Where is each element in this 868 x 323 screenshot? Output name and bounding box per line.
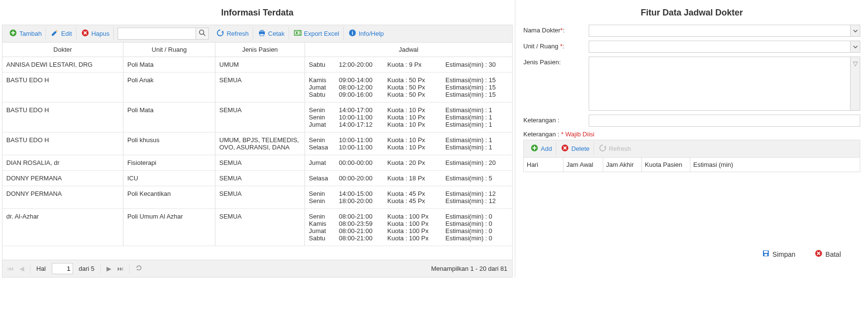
main-toolbar: Tambah Edit Hapus Refresh Cetak	[2, 25, 513, 43]
batal-button[interactable]: Batal	[815, 250, 841, 259]
hapus-label: Hapus	[91, 30, 110, 37]
info-label: Info/Help	[359, 30, 384, 37]
refresh-button[interactable]: Refresh	[213, 27, 253, 40]
chevron-down-icon[interactable]	[850, 41, 860, 52]
schedule-line: Kamis08:00-23:59Kuota : 100 PxEstimasi(m…	[309, 220, 513, 227]
pager-prev[interactable]: ◀	[19, 265, 24, 272]
batal-label: Batal	[825, 250, 841, 258]
table-row[interactable]: DONNY PERMANAPoli KecantikanSEMUASenin14…	[2, 186, 512, 209]
pager-next[interactable]: ▶	[107, 265, 111, 272]
table-row[interactable]: ANNISA DEWI LESTARI, DRGPoli MataUMUMSab…	[2, 57, 512, 73]
schedule-line: Selasa00:00-20:00Kuota : 18 PxEstimasi(m…	[309, 175, 513, 182]
cell-unit: Poli khusus	[123, 132, 215, 155]
cell-unit: Poli Mata	[123, 103, 215, 132]
pager-status: Menampilkan 1 - 20 dari 81	[431, 265, 507, 272]
table-row[interactable]: BASTU EDO HPoli khususUMUM, BPJS, TELEME…	[2, 132, 512, 155]
pager: ⏮ ◀ Hal dari 5 ▶ ⏭ Menampilkan 1 - 20 da…	[2, 260, 513, 278]
schedule-line: Senin14:00-17:00Kuota : 10 PxEstimasi(mi…	[309, 106, 513, 114]
grid-header: Dokter Unit / Ruang Jenis Pasien Jadwal	[2, 43, 513, 57]
refresh-icon	[216, 29, 224, 38]
table-row[interactable]: dr. Al-AzharPoli Umum Al AzharSEMUASenin…	[2, 209, 512, 246]
combo-nama-dokter[interactable]	[589, 25, 860, 37]
cell-dokter: BASTU EDO H	[2, 73, 123, 102]
cell-jadwal: Sabtu12:00-20:00Kuota : 9 PxEstimasi(min…	[305, 57, 513, 72]
cell-dokter: DONNY PERMANA	[2, 171, 123, 186]
edit-button[interactable]: Edit	[47, 27, 76, 40]
col-header-jadwal[interactable]: Jadwal	[305, 43, 512, 57]
grid-body[interactable]: ANNISA DEWI LESTARI, DRGPoli MataUMUMSab…	[2, 57, 513, 260]
left-panel: Informasi Terdata Tambah Edit Hapus Refr…	[0, 0, 516, 278]
required-note: Keterangan : * Wajib Diisi	[523, 131, 860, 138]
table-row[interactable]: DONNY PERMANAICUSEMUASelasa00:00-20:00Ku…	[2, 171, 512, 186]
export-excel-icon	[294, 29, 302, 38]
table-row[interactable]: BASTU EDO HPoli AnakSEMUAKamis09:00-14:0…	[2, 73, 512, 103]
pager-refresh[interactable]	[136, 264, 142, 273]
subcol-estimasi[interactable]: Estimasi (min)	[690, 158, 860, 172]
schedule-line: Jumat14:00-17:12Kuota : 10 PxEstimasi(mi…	[309, 121, 513, 128]
table-row[interactable]: DIAN ROSALIA, drFisioterapiSEMUAJumat00:…	[2, 155, 512, 171]
tambah-button[interactable]: Tambah	[5, 27, 46, 40]
search-input[interactable]	[118, 28, 196, 39]
add-button[interactable]: Add	[527, 142, 556, 155]
col-header-dokter[interactable]: Dokter	[2, 43, 123, 57]
table-row[interactable]: BASTU EDO HPoli MataSEMUASenin14:00-17:0…	[2, 103, 512, 132]
cell-jadwal: Kamis09:00-14:00Kuota : 50 PxEstimasi(mi…	[305, 73, 513, 102]
sub-refresh-label: Refresh	[609, 145, 631, 152]
export-button[interactable]: Export Excel	[290, 27, 344, 40]
dropdown-trigger-icon[interactable]: ▽	[850, 57, 860, 110]
cell-dokter: BASTU EDO H	[2, 132, 123, 155]
schedule-line: Senin18:00-20:00Kuota : 45 PxEstimasi(mi…	[309, 197, 513, 205]
subcol-jam-awal[interactable]: Jam Awal	[563, 158, 603, 172]
refresh-icon	[599, 144, 607, 153]
col-header-jenis[interactable]: Jenis Pasien	[215, 43, 305, 57]
printer-icon	[258, 29, 266, 38]
col-header-unit[interactable]: Unit / Ruang	[123, 43, 215, 57]
cell-jadwal: Senin10:00-11:00Kuota : 10 PxEstimasi(mi…	[305, 132, 513, 155]
info-button[interactable]: i Info/Help	[345, 27, 388, 40]
x-circle-icon	[815, 250, 822, 259]
subcol-kuota[interactable]: Kuota Pasien	[642, 158, 690, 172]
x-circle-icon	[561, 144, 569, 153]
subcol-hari[interactable]: Hari	[524, 158, 563, 172]
schedule-line: Sabtu09:00-16:00Kuota : 50 PxEstimasi(mi…	[309, 91, 513, 98]
right-panel: Fitur Data Jadwal Dokter Nama Dokter*: U…	[516, 0, 868, 278]
cetak-button[interactable]: Cetak	[254, 27, 289, 40]
simpan-label: Simpan	[773, 250, 795, 258]
cell-unit: Poli Kecantikan	[123, 186, 215, 208]
schedule-line: Senin14:00-15:00Kuota : 45 PxEstimasi(mi…	[309, 190, 513, 197]
search-wrap	[118, 28, 209, 40]
simpan-button[interactable]: Simpan	[762, 250, 795, 259]
svg-text:i: i	[351, 30, 353, 36]
cell-jenis: SEMUA	[215, 209, 305, 246]
cell-jadwal: Senin08:00-21:00Kuota : 100 PxEstimasi(m…	[305, 209, 513, 246]
cell-jenis: SEMUA	[215, 171, 305, 186]
input-nama-dokter[interactable]	[589, 25, 850, 36]
schedule-line: Senin10:00-11:00Kuota : 10 PxEstimasi(mi…	[309, 114, 513, 121]
cell-jenis: SEMUA	[215, 155, 305, 170]
pencil-icon	[51, 29, 59, 38]
svg-rect-5	[260, 34, 264, 36]
pager-last[interactable]: ⏭	[117, 265, 123, 272]
textarea-jenis-pasien[interactable]	[589, 57, 850, 110]
cell-jadwal: Senin14:00-15:00Kuota : 45 PxEstimasi(mi…	[305, 186, 513, 208]
schedule-line: Senin10:00-11:00Kuota : 10 PxEstimasi(mi…	[309, 136, 513, 144]
input-keterangan[interactable]	[589, 115, 860, 127]
schedule-line: Jumat00:00-00:00Kuota : 20 PxEstimasi(mi…	[309, 159, 513, 166]
schedule-line: Jumat08:00-12:00Kuota : 50 PxEstimasi(mi…	[309, 84, 513, 91]
hapus-button[interactable]: Hapus	[77, 27, 114, 40]
input-unit[interactable]	[589, 41, 850, 52]
sub-refresh-button[interactable]: Refresh	[595, 142, 635, 155]
combo-jenis-pasien[interactable]: ▽	[589, 57, 860, 111]
cell-dokter: DIAN ROSALIA, dr	[2, 155, 123, 170]
pager-first[interactable]: ⏮	[7, 265, 14, 272]
combo-unit[interactable]	[589, 41, 860, 53]
cell-dokter: dr. Al-Azhar	[2, 209, 123, 246]
delete-button[interactable]: Delete	[557, 142, 594, 155]
search-button[interactable]	[196, 28, 208, 39]
schedule-line: Jumat08:00-21:00Kuota : 100 PxEstimasi(m…	[309, 227, 513, 235]
chevron-down-icon[interactable]	[850, 25, 860, 36]
pager-page-input[interactable]	[52, 263, 73, 274]
svg-rect-4	[260, 30, 264, 32]
pager-dari-label: dari 5	[79, 265, 95, 272]
subcol-jam-akhir[interactable]: Jam Akhir	[603, 158, 642, 172]
